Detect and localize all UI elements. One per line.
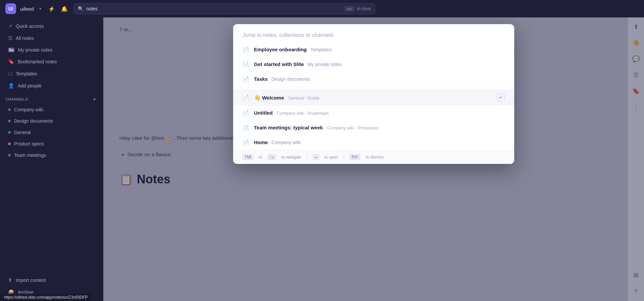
doc-icon: 📄 <box>243 46 249 53</box>
result-content: Employee onboarding Templates <box>254 47 332 53</box>
sidebar-item-company-wiki[interactable]: Company wiki <box>3 104 101 115</box>
sidebar-item-label: Quick access <box>16 23 44 29</box>
sidebar-item-templates[interactable]: ⬡ Templates <box>3 68 101 79</box>
sidebar-item-general[interactable]: General <box>3 127 101 138</box>
topbar: Ui uifeed ▾ ⚡ 🔔 🔍 esc to close <box>0 0 644 17</box>
result-context: My private notes <box>308 62 342 67</box>
search-bar[interactable]: 🔍 esc to close <box>73 3 375 14</box>
arrow-keys: ↑↓ <box>268 154 276 160</box>
main-layout: ↗ Quick access ☰ All notes Sa My private… <box>0 17 644 301</box>
channel-dot-company-wiki <box>8 108 11 111</box>
sidebar-item-bookmarked[interactable]: 🔖 Bookmarked notes <box>3 56 101 67</box>
doc-icon: 📄 <box>243 139 249 146</box>
result-context: Templates <box>310 47 332 52</box>
sidebar: ↗ Quick access ☰ All notes Sa My private… <box>0 17 103 301</box>
search-input[interactable] <box>86 6 342 11</box>
doc-icon: 📄 <box>243 110 249 116</box>
sidebar-item-label: Team meetings <box>14 153 46 158</box>
sidebar-item-label: Bookmarked notes <box>18 59 57 64</box>
enter-icon: ↵ <box>497 94 505 102</box>
channels-header: CHANNELS + <box>0 92 103 104</box>
bell-icon[interactable]: 🔔 <box>59 4 69 14</box>
sidebar-item-design-docs[interactable]: Design documents <box>3 116 101 126</box>
modal-footer: TAB or ↑↓ to navigate | ↵ to open | ESC … <box>233 150 514 164</box>
channel-dot-product-specs <box>8 142 11 145</box>
esc-label: to close <box>357 6 371 11</box>
import-icon: ⬆ <box>8 277 12 283</box>
result-name: Welcome <box>262 95 284 101</box>
add-people-icon: 👤 <box>8 83 14 89</box>
all-notes-icon: ☰ <box>8 35 12 41</box>
result-content: Home Company wiki <box>254 139 301 145</box>
app-name: uifeed <box>20 6 34 12</box>
private-notes-icon: Sa <box>8 48 14 52</box>
sidebar-item-label: Company wiki <box>14 107 43 112</box>
sidebar-item-label: General <box>14 130 31 135</box>
sidebar-item-import[interactable]: ⬆ Import content <box>3 275 101 286</box>
result-team-meetings[interactable]: 📄 Team meetings: typical week Company wi… <box>233 120 514 135</box>
topbar-icons: ⚡ 🔔 <box>47 4 69 14</box>
separator: / <box>305 96 307 101</box>
divider <box>233 88 514 88</box>
sidebar-item-private-notes[interactable]: Sa My private notes <box>3 45 101 55</box>
footer-sep2: | <box>343 155 344 160</box>
result-context: Design documents <box>271 76 310 82</box>
result-welcome[interactable]: 📄 👋 Welcome General / Guide ↵ <box>233 89 514 106</box>
flash-icon[interactable]: ⚡ <box>47 4 57 14</box>
add-channel-button[interactable]: + <box>91 96 98 103</box>
result-home[interactable]: 📄 Home Company wiki <box>233 135 514 150</box>
tab-key: TAB <box>243 154 253 160</box>
result-get-started[interactable]: 📄 Get started with Slite My private note… <box>233 57 514 72</box>
breadcrumb-processes: Processes <box>358 125 379 130</box>
esc-key: ESC <box>350 154 360 160</box>
esc-badge: esc <box>344 6 354 11</box>
search-overlay: Jump to notes, collections or channels 📄… <box>103 17 644 301</box>
result-tasks[interactable]: 📄 Tasks Design documents <box>233 72 514 86</box>
result-employee-onboarding[interactable]: 📄 Employee onboarding Templates <box>233 42 514 57</box>
breadcrumb-company-wiki: Company wiki <box>327 125 354 130</box>
channel-dot-team-meetings <box>8 154 11 157</box>
enter-key: ↵ <box>313 154 319 160</box>
or-label: or <box>259 155 262 160</box>
result-name: Employee onboarding <box>254 47 307 52</box>
sidebar-item-label: Import content <box>16 278 46 283</box>
result-untitled[interactable]: 📄 Untitled Company wiki / Roadmaps <box>233 106 514 120</box>
quick-access-icon: ↗ <box>8 23 12 29</box>
sidebar-item-all-notes[interactable]: ☰ All notes <box>3 33 101 44</box>
sidebar-item-label: Add people <box>18 83 42 88</box>
search-icon: 🔍 <box>78 6 84 11</box>
result-name: Get started with Slite <box>254 61 304 67</box>
chevron-down-icon: ▾ <box>39 6 41 11</box>
modal-header: Jump to notes, collections or channels <box>233 24 514 42</box>
app-avatar[interactable]: Ui <box>5 3 16 14</box>
result-content: Get started with Slite My private notes <box>254 61 342 67</box>
breadcrumb-company-wiki: Company wiki <box>277 111 304 116</box>
channel-dot-general <box>8 131 11 134</box>
nav-label: to navigate <box>281 155 301 160</box>
breadcrumb-general: General <box>288 96 304 101</box>
sidebar-item-label: Design documents <box>14 118 53 124</box>
search-modal: Jump to notes, collections or channels 📄… <box>233 24 514 164</box>
sidebar-item-label: Product specs <box>14 141 44 146</box>
channel-dot-design-docs <box>8 120 11 122</box>
result-context: Company wiki <box>271 140 301 145</box>
result-content: Tasks Design documents <box>254 76 310 82</box>
doc-icon: 📄 <box>243 124 249 131</box>
templates-icon: ⬡ <box>8 71 12 77</box>
sidebar-item-add-people[interactable]: 👤 Add people <box>3 80 101 92</box>
result-name: Untitled <box>254 110 273 116</box>
url-bar: https://uifeed.slite.com/app/notes/unZ3x… <box>0 294 92 301</box>
doc-icon: 📄 <box>243 94 249 101</box>
result-name: Home <box>254 139 268 145</box>
sidebar-item-quick-access[interactable]: ↗ Quick access <box>3 20 101 32</box>
breadcrumb-guide: Guide <box>308 96 319 101</box>
breadcrumb-roadmaps: Roadmaps <box>308 111 329 116</box>
result-content: Team meetings: typical week Company wiki… <box>254 125 378 131</box>
bookmark-icon: 🔖 <box>8 59 14 65</box>
result-content: 👋 Welcome General / Guide <box>254 95 492 101</box>
sidebar-item-product-specs[interactable]: Product specs <box>3 138 101 149</box>
sidebar-item-label: Templates <box>16 71 37 76</box>
sidebar-item-team-meetings[interactable]: Team meetings <box>3 150 101 161</box>
dismiss-label: to dismiss <box>366 155 383 160</box>
sidebar-item-label: All notes <box>16 36 34 41</box>
